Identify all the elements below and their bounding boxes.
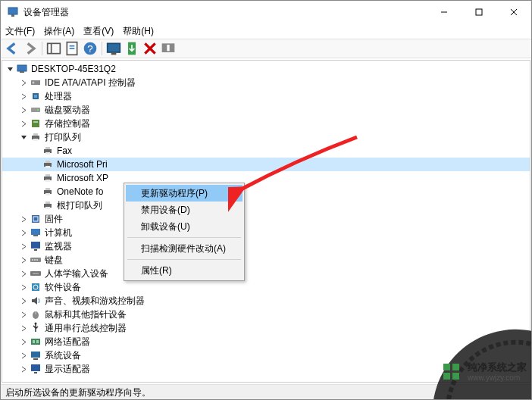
item-label: Microsoft Pri xyxy=(57,159,108,170)
category-label: 监视器 xyxy=(45,240,72,253)
back-button[interactable] xyxy=(4,40,20,57)
item-label: Microsoft XP xyxy=(57,173,108,183)
tree-item-root-printer[interactable]: 根打印队列 xyxy=(2,198,530,212)
chevron-right-icon[interactable] xyxy=(19,337,28,346)
svg-rect-48 xyxy=(33,235,38,236)
firmware-icon xyxy=(30,213,42,225)
menu-file[interactable]: 文件(F) xyxy=(5,25,35,38)
printer-icon xyxy=(42,145,54,157)
svg-rect-25 xyxy=(32,120,39,127)
separator xyxy=(127,237,241,238)
tree-category-hid[interactable]: 人体学输入设备 xyxy=(2,267,530,280)
tree-category-storage[interactable]: 存储控制器 xyxy=(2,117,530,130)
tree-category-printers[interactable]: 打印队列 xyxy=(2,130,530,144)
svg-rect-3 xyxy=(476,9,482,15)
tree-root-label: DESKTOP-45E31Q2 xyxy=(31,64,116,74)
tree-item-ms-print[interactable]: Microsoft Pri xyxy=(2,158,530,171)
chevron-right-icon[interactable] xyxy=(19,92,28,101)
svg-rect-47 xyxy=(31,229,40,235)
svg-rect-49 xyxy=(31,242,40,248)
item-label: Fax xyxy=(57,145,72,156)
chevron-right-icon[interactable] xyxy=(19,255,28,264)
tree-category-sound[interactable]: 声音、视频和游戏控制器 xyxy=(2,294,530,308)
svg-rect-17 xyxy=(17,65,27,71)
chevron-right-icon[interactable] xyxy=(19,214,28,223)
svg-rect-44 xyxy=(45,207,50,209)
chevron-down-icon[interactable] xyxy=(5,64,14,73)
tree-category-mouse[interactable]: 鼠标和其他指针设备 xyxy=(2,308,530,321)
item-label: 根打印队列 xyxy=(57,199,102,212)
ctx-disable-device[interactable]: 禁用设备(D) xyxy=(126,202,243,218)
svg-rect-63 xyxy=(33,340,35,343)
forward-button[interactable] xyxy=(22,40,39,57)
category-label: 人体学输入设备 xyxy=(45,267,108,280)
chevron-right-icon[interactable] xyxy=(19,364,28,373)
monitor-icon xyxy=(30,240,42,252)
chevron-right-icon[interactable] xyxy=(19,242,28,251)
svg-rect-13 xyxy=(108,43,120,52)
tree-category-cpu[interactable]: 处理器 xyxy=(2,89,530,103)
menu-view[interactable]: 查看(V) xyxy=(83,25,114,38)
chevron-right-icon[interactable] xyxy=(19,78,28,87)
svg-rect-37 xyxy=(45,174,50,177)
app-icon xyxy=(7,6,19,18)
scan-button[interactable] xyxy=(105,40,122,57)
menu-action[interactable]: 操作(A) xyxy=(44,25,74,38)
tree-category-keyboard[interactable]: 键盘 xyxy=(2,253,530,267)
tree-item-onenote[interactable]: OneNote fo xyxy=(2,185,530,198)
menu-help[interactable]: 帮助(H) xyxy=(123,25,154,38)
category-label: 系统设备 xyxy=(45,349,81,362)
svg-rect-54 xyxy=(36,259,38,261)
tree-item-ms-xps[interactable]: Microsoft XP xyxy=(2,171,530,185)
printer-icon xyxy=(42,186,54,198)
svg-rect-66 xyxy=(33,358,38,360)
tree-category-display[interactable]: 显示适配器 xyxy=(2,362,530,376)
category-label: 显示适配器 xyxy=(45,363,90,376)
chevron-right-icon[interactable] xyxy=(19,119,28,128)
tree-item-fax[interactable]: Fax xyxy=(2,144,530,158)
tree-category-system[interactable]: 系统设备 xyxy=(2,348,530,362)
ctx-properties[interactable]: 属性(R) xyxy=(126,262,243,279)
sound-icon xyxy=(30,295,42,307)
category-label: 软件设备 xyxy=(45,281,81,294)
chevron-right-icon[interactable] xyxy=(19,228,28,237)
uninstall-button[interactable] xyxy=(142,40,158,57)
tree-root[interactable]: DESKTOP-45E31Q2 xyxy=(2,62,530,76)
svg-rect-35 xyxy=(45,166,50,168)
chevron-right-icon[interactable] xyxy=(19,269,28,278)
tree-category-firmware[interactable]: 固件 xyxy=(2,212,530,226)
svg-point-20 xyxy=(33,82,35,84)
chevron-right-icon[interactable] xyxy=(19,323,28,333)
maximize-button[interactable] xyxy=(462,1,496,23)
chevron-right-icon[interactable] xyxy=(19,283,28,292)
tree-category-ide[interactable]: IDE ATA/ATAPI 控制器 xyxy=(2,76,530,89)
hid-icon xyxy=(30,267,42,280)
tree-category-computer[interactable]: 计算机 xyxy=(2,226,530,239)
chevron-right-icon[interactable] xyxy=(19,296,28,305)
update-driver-button[interactable] xyxy=(124,40,140,57)
window-title: 设备管理器 xyxy=(23,6,427,19)
tree-category-software[interactable]: 软件设备 xyxy=(2,280,530,294)
chevron-right-icon[interactable] xyxy=(19,105,28,114)
computer-icon xyxy=(30,227,42,239)
chevron-down-icon[interactable] xyxy=(19,133,28,142)
ctx-update-driver[interactable]: 更新驱动程序(P) xyxy=(126,185,243,202)
properties-button[interactable] xyxy=(64,40,80,57)
tree-category-diskdrive[interactable]: 磁盘驱动器 xyxy=(2,103,530,117)
close-button[interactable] xyxy=(496,1,531,23)
ctx-scan-hardware[interactable]: 扫描检测硬件改动(A) xyxy=(126,240,243,257)
ctx-uninstall-device[interactable]: 卸载设备(U) xyxy=(126,218,243,235)
tree-category-monitor[interactable]: 监视器 xyxy=(2,239,530,253)
minimize-button[interactable] xyxy=(427,1,462,23)
tree-category-usb[interactable]: 通用串行总线控制器 xyxy=(2,321,530,335)
chevron-right-icon[interactable] xyxy=(19,310,28,319)
disable-button[interactable] xyxy=(160,40,177,57)
disk-icon xyxy=(30,104,42,116)
tree-category-network[interactable]: 网络适配器 xyxy=(2,335,530,348)
svg-rect-41 xyxy=(45,193,50,195)
device-tree[interactable]: DESKTOP-45E31Q2 IDE ATA/ATAPI 控制器 处理器 磁盘… xyxy=(2,60,530,383)
show-hide-button[interactable] xyxy=(45,40,62,57)
chevron-right-icon[interactable] xyxy=(19,351,28,360)
help-button[interactable]: ? xyxy=(82,40,99,57)
svg-rect-38 xyxy=(45,180,50,182)
